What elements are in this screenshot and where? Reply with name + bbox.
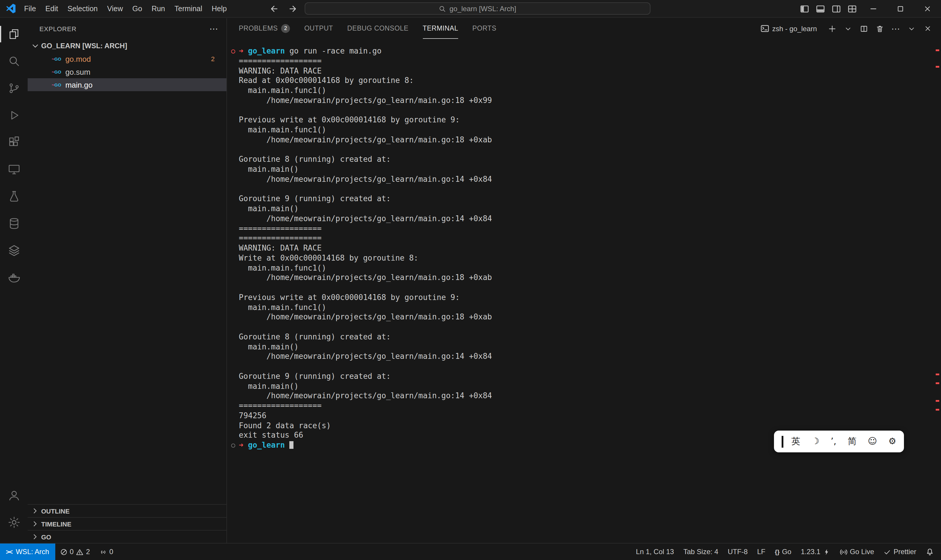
settings-gear-icon[interactable] <box>0 509 28 536</box>
vscode-window: FileEditSelectionViewGoRunTerminalHelp g… <box>0 0 941 560</box>
prompt-arrow: ➜ <box>239 46 243 55</box>
database-icon[interactable] <box>0 210 28 237</box>
broadcast-icon <box>840 548 847 555</box>
menu-run[interactable]: Run <box>147 0 170 17</box>
source-control-icon[interactable] <box>0 75 28 102</box>
errors-count: 0 <box>70 548 74 556</box>
terminal-output-line: main.main.func1() <box>239 125 933 135</box>
menu-selection[interactable]: Selection <box>63 0 102 17</box>
file-name: main.go <box>65 80 93 89</box>
extensions-icon[interactable] <box>0 129 28 156</box>
tab-label: TERMINAL <box>423 25 458 32</box>
remote-explorer-icon[interactable] <box>0 156 28 183</box>
file-name: go.mod <box>65 54 91 63</box>
punctuation-mode-icon[interactable]: ’, <box>831 436 836 447</box>
menu-terminal[interactable]: Terminal <box>170 0 207 17</box>
terminal-output-line: 794256 <box>239 411 933 421</box>
statusbar-label: Tab Size: 4 <box>683 548 718 556</box>
statusbar-go-live[interactable]: Go Live <box>835 543 879 560</box>
statusbar-prettier[interactable]: Prettier <box>879 543 921 560</box>
toggle-sidebar-icon[interactable] <box>796 0 812 18</box>
chevron-right-icon <box>31 507 39 515</box>
tab-output[interactable]: OUTPUT <box>304 18 333 39</box>
terminal-output-line: WARNING: DATA RACE <box>239 243 933 254</box>
file-row-main.go[interactable]: ~GOmain.go <box>28 78 226 91</box>
activity-bar <box>0 18 28 543</box>
forward-arrow-icon[interactable] <box>288 0 298 18</box>
ime-settings-icon[interactable]: ⚙ <box>888 436 896 447</box>
terminal-output-line: Read at 0x00c000014168 by goroutine 8: <box>239 76 933 86</box>
problems-badge: 2 <box>211 55 215 62</box>
command-pending-icon <box>231 443 235 448</box>
toggle-panel-icon[interactable] <box>812 0 828 18</box>
tab-ports[interactable]: PORTS <box>472 18 497 39</box>
more-actions-icon[interactable]: ⋯ <box>209 26 218 32</box>
command-center[interactable]: go_learn [WSL: Arch] <box>304 2 650 15</box>
warnings-icon <box>76 548 83 555</box>
statusbar-cursor-position[interactable]: Ln 1, Col 13 <box>631 543 679 560</box>
problems-indicator[interactable]: 0 2 <box>55 543 95 560</box>
go-file-icon: ~GO <box>52 56 61 62</box>
terminal-output-line <box>239 185 933 194</box>
menu-edit[interactable]: Edit <box>41 0 63 17</box>
emoji-picker-icon[interactable]: ☺ <box>868 436 877 447</box>
back-arrow-icon[interactable] <box>269 0 279 18</box>
terminal-session[interactable]: zsh - go_learn <box>760 24 817 33</box>
statusbar-eol[interactable]: LF <box>752 543 770 560</box>
explorer-icon[interactable] <box>0 21 28 48</box>
close-panel-icon[interactable] <box>921 22 934 35</box>
file-row-go.mod[interactable]: ~GOgo.mod2 <box>28 52 226 65</box>
kill-terminal-icon[interactable] <box>873 22 886 35</box>
new-terminal-icon[interactable] <box>826 22 839 35</box>
terminal-dropdown-icon[interactable] <box>842 22 855 35</box>
statusbar-encoding[interactable]: UTF-8 <box>723 543 752 560</box>
hide-panel-icon[interactable] <box>905 22 918 35</box>
statusbar-label: Prettier <box>894 548 916 556</box>
run-and-debug-icon[interactable] <box>0 102 28 129</box>
terminal-output-line: /home/meowrain/projects/go_learn/main.go… <box>239 352 933 362</box>
tab-terminal[interactable]: TERMINAL <box>423 18 458 39</box>
terminal-output-line: WARNING: DATA RACE <box>239 66 933 76</box>
notifications-bell-icon[interactable] <box>921 543 939 560</box>
file-row-go.sum[interactable]: ~GOgo.sum <box>28 65 226 78</box>
close-button[interactable] <box>914 0 941 18</box>
layers-icon[interactable] <box>0 237 28 264</box>
maximize-button[interactable] <box>887 0 914 18</box>
section-timeline[interactable]: TIMELINE <box>28 517 226 530</box>
terminal-output-line: /home/meowrain/projects/go_learn/main.go… <box>239 391 933 402</box>
statusbar-go-version[interactable]: 1.23.1 <box>796 543 835 560</box>
night-mode-icon[interactable]: ☽ <box>812 436 820 447</box>
statusbar-tab-size[interactable]: Tab Size: 4 <box>679 543 723 560</box>
tab-problems[interactable]: PROBLEMS2 <box>239 18 290 39</box>
panel-more-actions-icon[interactable]: ⋯ <box>889 22 902 35</box>
menu-file[interactable]: File <box>19 0 41 17</box>
folder-root[interactable]: GO_LEARN [WSL: ARCH] <box>28 39 226 52</box>
testing-icon[interactable] <box>0 183 28 210</box>
language-mode-icon[interactable]: 英 <box>791 436 800 447</box>
statusbar-language-mode[interactable]: {}Go <box>770 543 796 560</box>
section-go[interactable]: GO <box>28 530 226 543</box>
menu-help[interactable]: Help <box>207 0 231 17</box>
check-icon <box>884 548 891 555</box>
section-label: TIMELINE <box>41 520 71 527</box>
ports-indicator[interactable]: 0 <box>95 543 118 560</box>
tab-debug-console[interactable]: DEBUG CONSOLE <box>347 18 409 39</box>
error-mark <box>936 374 939 375</box>
folder-root-label: GO_LEARN [WSL: ARCH] <box>41 42 127 50</box>
vscode-logo-icon <box>6 3 16 14</box>
toggle-secondary-sidebar-icon[interactable] <box>828 0 844 18</box>
remote-indicator[interactable]: >< WSL: Arch <box>0 543 55 560</box>
terminal-output[interactable]: ➜ go_learn go run -race main.go=========… <box>228 39 933 543</box>
statusbar-label: Go Live <box>850 548 874 556</box>
menu-view[interactable]: View <box>102 0 128 17</box>
split-terminal-icon[interactable] <box>858 22 870 35</box>
search-icon[interactable] <box>0 48 28 75</box>
section-outline[interactable]: OUTLINE <box>28 504 226 517</box>
docker-icon[interactable] <box>0 264 28 291</box>
menu-go[interactable]: Go <box>128 0 147 17</box>
chinese-simplified-icon[interactable]: 简 <box>848 436 856 447</box>
customize-layout-icon[interactable] <box>844 0 860 18</box>
terminal-output-line: ================== <box>239 234 933 244</box>
minimize-button[interactable] <box>860 0 887 18</box>
accounts-icon[interactable] <box>0 482 28 509</box>
